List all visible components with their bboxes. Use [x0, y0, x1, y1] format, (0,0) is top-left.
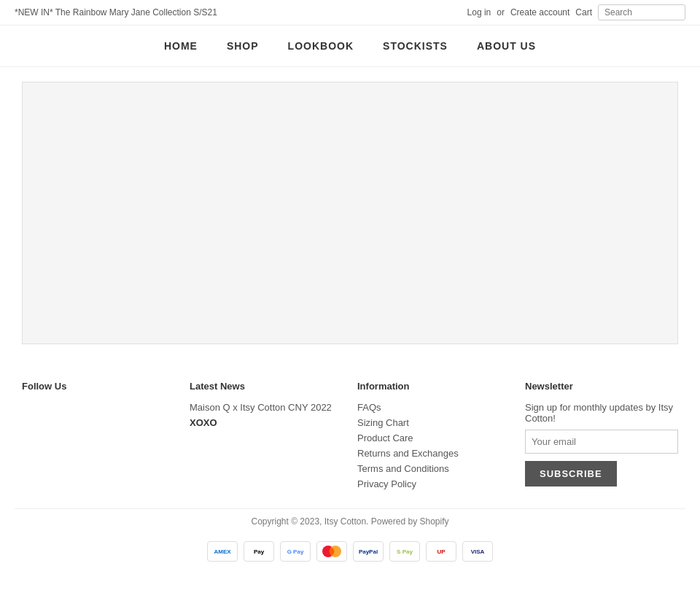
- nav-stockists[interactable]: STOCKISTS: [383, 40, 448, 52]
- main-nav: HOME SHOP LOOKBOOK STOCKISTS ABOUT US: [0, 26, 700, 67]
- payment-shopify-pay: S Pay: [389, 541, 420, 562]
- payment-paypal: PayPal: [353, 541, 384, 562]
- payment-apple-pay: Pay: [244, 541, 274, 562]
- info-product-care[interactable]: Product Care: [357, 433, 510, 443]
- footer-latest-news: Latest News Maison Q x Itsy Cotton CNY 2…: [190, 381, 343, 494]
- or-text: or: [497, 7, 505, 18]
- info-returns[interactable]: Returns and Exchanges: [357, 448, 510, 459]
- info-terms[interactable]: Terms and Conditions: [357, 463, 510, 474]
- newsletter-heading: Newsletter: [525, 381, 678, 392]
- payment-union-pay: UP: [426, 541, 456, 562]
- copyright: Copyright © 2023, Itsy Cotton. Powered b…: [15, 508, 685, 534]
- nav-home[interactable]: HOME: [164, 40, 198, 52]
- footer-newsletter: Newsletter Sign up for monthly updates b…: [525, 381, 678, 494]
- info-faqs[interactable]: FAQs: [357, 402, 510, 413]
- cart-link[interactable]: Cart: [575, 7, 592, 18]
- payment-google-pay: G Pay: [280, 541, 311, 562]
- announcement-text: *NEW IN* The Rainbow Mary Jane Collectio…: [15, 7, 217, 18]
- announcement: *NEW IN* The Rainbow Mary Jane Collectio…: [15, 7, 217, 18]
- create-account-link[interactable]: Create account: [510, 7, 569, 18]
- footer-columns: Follow Us Latest News Maison Q x Itsy Co…: [15, 381, 685, 508]
- info-sizing-chart[interactable]: Sizing Chart: [357, 417, 510, 428]
- latest-news-item-0[interactable]: Maison Q x Itsy Cotton CNY 2022: [190, 402, 343, 413]
- nav-lookbook[interactable]: LOOKBOOK: [288, 40, 354, 52]
- information-heading: Information: [357, 381, 510, 392]
- footer-information: Information FAQs Sizing Chart Product Ca…: [357, 381, 510, 494]
- nav-shop[interactable]: SHOP: [227, 40, 259, 52]
- newsletter-description: Sign up for monthly updates by Itsy Cott…: [525, 402, 678, 424]
- latest-news-heading: Latest News: [190, 381, 343, 392]
- search-input[interactable]: [598, 4, 685, 20]
- payment-icons: AMEX Pay G Pay PayPal S Pay UP VISA: [15, 541, 685, 562]
- hero-image: [22, 82, 678, 344]
- nav-about-us[interactable]: ABOUT US: [477, 40, 536, 52]
- newsletter-email-input[interactable]: [525, 430, 678, 454]
- payment-mastercard: [316, 541, 347, 562]
- login-link[interactable]: Log in: [467, 7, 491, 18]
- info-privacy[interactable]: Privacy Policy: [357, 478, 510, 489]
- subscribe-button[interactable]: SUBSCRIBE: [525, 461, 617, 486]
- footer: Follow Us Latest News Maison Q x Itsy Co…: [0, 359, 700, 576]
- follow-us-heading: Follow Us: [22, 381, 175, 392]
- top-bar: *NEW IN* The Rainbow Mary Jane Collectio…: [0, 0, 700, 26]
- top-bar-right: Log in or Create account Cart: [467, 4, 685, 20]
- copyright-text: Copyright © 2023, Itsy Cotton. Powered b…: [252, 516, 449, 527]
- footer-follow-us: Follow Us: [22, 381, 175, 494]
- latest-news-xoxo: XOXO: [190, 417, 343, 428]
- payment-amex: AMEX: [207, 541, 238, 562]
- payment-visa: VISA: [462, 541, 493, 562]
